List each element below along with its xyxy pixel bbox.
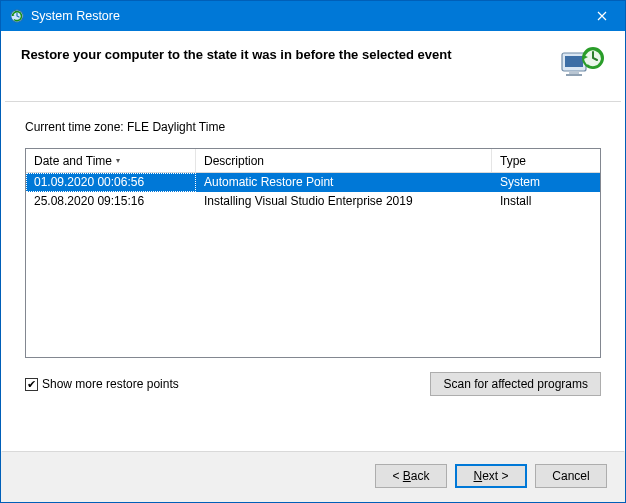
- column-header-date-label: Date and Time: [34, 154, 112, 168]
- wizard-header: Restore your computer to the state it wa…: [1, 31, 625, 95]
- system-restore-icon: [9, 8, 25, 24]
- cancel-button[interactable]: Cancel: [535, 464, 607, 488]
- back-button[interactable]: < Back: [375, 464, 447, 488]
- svg-rect-2: [565, 56, 583, 67]
- cell-type: Install: [492, 192, 600, 211]
- column-header-type[interactable]: Type: [492, 149, 600, 172]
- list-header: Date and Time ▾ Description Type: [26, 149, 600, 173]
- cell-description: Automatic Restore Point: [196, 173, 492, 192]
- sort-desc-icon: ▾: [116, 156, 120, 165]
- svg-rect-3: [569, 71, 579, 74]
- next-button[interactable]: Next >: [455, 464, 527, 488]
- next-label: Next >: [473, 469, 508, 483]
- column-header-date[interactable]: Date and Time ▾: [26, 149, 196, 172]
- show-more-label: Show more restore points: [42, 377, 179, 391]
- column-header-type-label: Type: [500, 154, 526, 168]
- close-button[interactable]: [579, 1, 625, 31]
- restore-points-list[interactable]: Date and Time ▾ Description Type 01.09.2…: [25, 148, 601, 358]
- show-more-checkbox[interactable]: ✔ Show more restore points: [25, 377, 179, 391]
- title-bar: System Restore: [1, 1, 625, 31]
- restore-hero-icon: [559, 45, 605, 85]
- restore-point-row[interactable]: 25.08.2020 09:15:16Installing Visual Stu…: [26, 192, 600, 211]
- page-heading: Restore your computer to the state it wa…: [21, 45, 452, 62]
- window-title: System Restore: [31, 9, 579, 23]
- wizard-footer: < Back Next > Cancel: [1, 452, 625, 502]
- cell-date: 25.08.2020 09:15:16: [26, 192, 196, 211]
- cell-date: 01.09.2020 00:06:56: [26, 173, 196, 192]
- scan-affected-label: Scan for affected programs: [443, 377, 588, 391]
- timezone-label: Current time zone: FLE Daylight Time: [25, 120, 601, 134]
- scan-affected-button[interactable]: Scan for affected programs: [430, 372, 601, 396]
- cancel-label: Cancel: [552, 469, 589, 483]
- back-label: < Back: [392, 469, 429, 483]
- cell-type: System: [492, 173, 600, 192]
- svg-rect-4: [566, 74, 582, 76]
- column-header-description[interactable]: Description: [196, 149, 492, 172]
- restore-point-row[interactable]: 01.09.2020 00:06:56Automatic Restore Poi…: [26, 173, 600, 192]
- checkbox-icon: ✔: [25, 378, 38, 391]
- cell-description: Installing Visual Studio Enterprise 2019: [196, 192, 492, 211]
- content-area: Current time zone: FLE Daylight Time Dat…: [1, 102, 625, 451]
- column-header-desc-label: Description: [204, 154, 264, 168]
- list-body: 01.09.2020 00:06:56Automatic Restore Poi…: [26, 173, 600, 357]
